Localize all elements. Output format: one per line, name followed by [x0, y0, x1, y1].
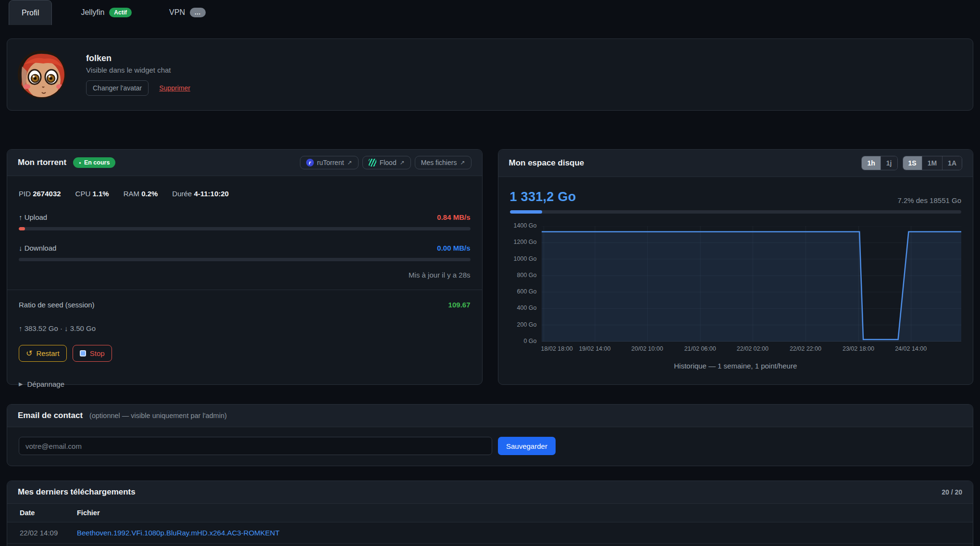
stat-durée: Durée 4-11:10:20	[172, 190, 229, 198]
disk-quota-text: 7.2% des 18551 Go	[897, 196, 961, 204]
tab-vpn[interactable]: VPN ...	[161, 2, 214, 23]
chart-x-axis: 18/02 18:0019/02 14:0020/02 10:0021/02 0…	[542, 345, 962, 357]
last-updated-text: Mis à jour il y a 28s	[19, 271, 471, 279]
my-files-link[interactable]: Mes fichiers↗	[415, 156, 471, 169]
session-totals: ↑ 383.52 Go · ↓ 3.50 Go	[19, 324, 471, 332]
profile-card: folken Visible dans le widget chat Chang…	[7, 38, 973, 111]
profile-info: folken Visible dans le widget chat Chang…	[86, 53, 190, 96]
upload-progress-fill	[19, 227, 25, 230]
x-axis-tick: 22/02 22:00	[790, 345, 821, 352]
save-email-button[interactable]: Sauvegarder	[498, 437, 556, 455]
delete-avatar-link[interactable]: Supprimer	[159, 84, 190, 92]
rtorrent-card: Mon rtorrent ● En cours rruTorrent↗Flood…	[7, 149, 483, 385]
troubleshoot-toggle[interactable]: ▶ Dépannage	[19, 380, 471, 388]
chart-plot-area: 18/02 18:0019/02 14:0020/02 10:0021/02 0…	[542, 226, 962, 357]
upload-label: ↑ Upload	[19, 213, 47, 221]
tab-profil[interactable]: Profil	[9, 0, 52, 25]
flood-link[interactable]: Flood↗	[362, 156, 411, 169]
y-axis-tick: 600 Go	[517, 288, 536, 295]
range-button-1S[interactable]: 1S	[903, 156, 922, 170]
tab-jellyfin[interactable]: Jellyfin Actif	[72, 2, 140, 23]
x-axis-tick: 19/02 14:00	[579, 345, 610, 352]
column-header-date: Date	[7, 504, 77, 522]
disk-card-header: Mon espace disque 1h1j1S1M1A	[498, 150, 973, 177]
range-button-1A[interactable]: 1A	[943, 156, 962, 170]
email-subtitle: (optionnel — visible uniquement par l'ad…	[89, 412, 227, 419]
range-button-1h[interactable]: 1h	[862, 156, 881, 170]
troubleshoot-label: Dépannage	[27, 380, 64, 388]
y-axis-tick: 0 Go	[523, 338, 536, 344]
rtorrent-status-label: En cours	[84, 159, 110, 166]
link-label: Mes fichiers	[421, 159, 457, 166]
avatar-image	[19, 52, 66, 99]
disk-usage-bar	[510, 210, 962, 214]
x-axis-tick: 22/02 02:00	[737, 345, 769, 352]
restart-button[interactable]: ↺ Restart	[19, 345, 67, 362]
disk-history-chart: 1400 Go1200 Go1000 Go800 Go600 Go400 Go2…	[510, 226, 962, 357]
stat-cpu: CPU 1.1%	[75, 190, 109, 198]
page: Profil Jellyfin Actif VPN ...	[0, 0, 980, 546]
email-title: Email de contact	[18, 411, 83, 420]
external-link-icon: ↗	[347, 159, 352, 166]
x-axis-tick: 21/02 06:00	[684, 345, 716, 352]
external-link-icon: ↗	[400, 159, 405, 166]
download-date: 22/02 14:09	[7, 522, 77, 544]
y-axis-tick: 1200 Go	[514, 239, 537, 245]
disk-used-value: 1 331,2 Go	[510, 190, 576, 204]
download-speed-value: 0.00 MB/s	[437, 244, 470, 252]
status-dot-icon: ●	[79, 161, 81, 165]
rutorrent-link[interactable]: rruTorrent↗	[300, 156, 359, 169]
column-header-file: Fichier	[77, 504, 973, 522]
divider	[7, 290, 482, 290]
x-axis-tick: 20/02 10:00	[632, 345, 663, 352]
downloads-table: Date Fichier 22/02 14:09Beethoven.1992.V…	[7, 504, 973, 546]
y-axis-tick: 1000 Go	[514, 255, 537, 262]
range-group: 1S1M1A	[903, 156, 962, 170]
jellyfin-status-badge: Actif	[109, 8, 132, 17]
change-avatar-button[interactable]: Changer l'avatar	[86, 80, 149, 96]
disk-card: Mon espace disque 1h1j1S1M1A 1 331,2 Go …	[498, 149, 974, 385]
email-input[interactable]	[19, 437, 492, 455]
down-arrow-icon: ↓	[19, 244, 23, 252]
flood-icon	[369, 159, 376, 166]
chart-y-axis: 1400 Go1200 Go1000 Go800 Go600 Go400 Go2…	[510, 226, 542, 342]
range-group: 1h1j	[861, 156, 897, 170]
email-card-header: Email de contact (optionnel — visible un…	[7, 405, 973, 427]
stop-button[interactable]: Stop	[73, 345, 112, 362]
upload-speed-value: 0.84 MB/s	[437, 213, 470, 221]
download-label: ↓ Download	[19, 244, 56, 252]
vpn-status-badge: ...	[190, 8, 206, 17]
rutorrent-icon: r	[306, 159, 314, 166]
disk-title: Mon espace disque	[509, 158, 584, 168]
download-row: 22/02 14:09Beethoven.1992.VFi.1080p.BluR…	[7, 522, 973, 544]
upload-progress-bar	[19, 227, 471, 230]
downloads-count: 20 / 20	[942, 488, 962, 496]
cards-row: Mon rtorrent ● En cours rruTorrent↗Flood…	[7, 149, 973, 385]
tab-profil-label: Profil	[22, 9, 39, 17]
email-card: Email de contact (optionnel — visible un…	[7, 404, 973, 466]
rtorrent-title: Mon rtorrent	[18, 158, 66, 167]
x-axis-tick: 18/02 18:00	[541, 345, 573, 352]
download-progress-bar	[19, 258, 471, 261]
profile-subtitle: Visible dans le widget chat	[86, 66, 190, 74]
y-axis-tick: 800 Go	[517, 272, 536, 279]
link-label: Flood	[380, 159, 397, 166]
downloads-card: Mes derniers téléchargements 20 / 20 Dat…	[7, 481, 973, 546]
caret-right-icon: ▶	[19, 381, 23, 387]
seed-ratio-value: 109.67	[448, 301, 471, 309]
rtorrent-status-badge: ● En cours	[73, 157, 115, 168]
downloads-card-header: Mes derniers téléchargements 20 / 20	[7, 481, 973, 504]
range-button-1j[interactable]: 1j	[881, 156, 897, 170]
tab-jellyfin-label: Jellyfin	[81, 8, 104, 17]
time-range-selector: 1h1j1S1M1A	[861, 156, 962, 170]
chart-svg	[542, 226, 962, 342]
download-row: 20/02 15:1228.Years.Later.The.Bone.Templ…	[7, 544, 973, 546]
download-date: 20/02 15:12	[7, 544, 77, 546]
link-label: ruTorrent	[317, 159, 344, 166]
rtorrent-process-stats: PID 2674032CPU 1.1%RAM 0.2%Durée 4-11:10…	[19, 190, 471, 198]
external-link-icon: ↗	[460, 159, 465, 166]
x-axis-tick: 23/02 18:00	[843, 345, 874, 352]
stop-icon	[80, 350, 86, 356]
range-button-1M[interactable]: 1M	[922, 156, 943, 170]
download-file-link[interactable]: Beethoven.1992.VFi.1080p.BluRay.mHD.x264…	[77, 529, 280, 537]
